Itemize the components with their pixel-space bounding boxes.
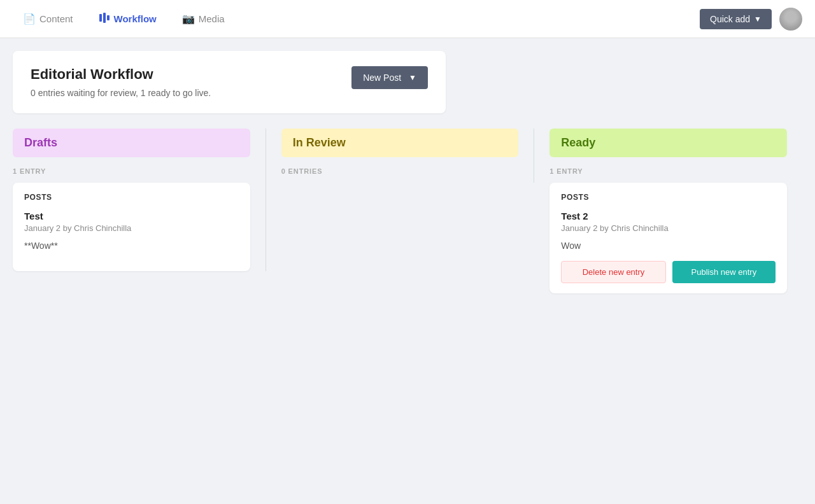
ready-section-label: POSTS <box>561 193 776 202</box>
svg-rect-0 <box>99 14 102 22</box>
drafts-section-label: POSTS <box>24 193 239 202</box>
svg-rect-1 <box>103 13 106 23</box>
nav-label-workflow: Workflow <box>114 13 157 24</box>
drafts-entries-count: 1 ENTRY <box>13 167 250 175</box>
main-content: Editorial Workflow 0 entries waiting for… <box>0 38 815 306</box>
workflow-columns: Drafts 1 ENTRY POSTS Test January 2 by C… <box>13 129 802 293</box>
nav-items: 📄 Content Workflow 📷 Media <box>13 7 700 31</box>
main-nav: 📄 Content Workflow 📷 Media Quick add ▼ <box>0 0 815 38</box>
content-icon: 📄 <box>23 13 36 25</box>
ready-entry-title: Test 2 <box>561 211 776 221</box>
drafts-entry-card-0: POSTS Test January 2 by Chris Chinchilla… <box>13 183 250 271</box>
workflow-header-card: Editorial Workflow 0 entries waiting for… <box>13 51 446 113</box>
ready-entry-actions: Delete new entry Publish new entry <box>561 261 776 283</box>
drafts-entry-content: **Wow** <box>24 241 239 251</box>
nav-item-workflow[interactable]: Workflow <box>89 7 167 31</box>
ready-entry-card-0: POSTS Test 2 January 2 by Chris Chinchil… <box>549 183 787 293</box>
ready-entry-meta: January 2 by Chris Chinchilla <box>561 223 776 233</box>
workflow-header-left: Editorial Workflow 0 entries waiting for… <box>31 66 211 98</box>
nav-item-content[interactable]: 📄 Content <box>13 8 83 30</box>
ready-column-header: Ready <box>549 129 787 157</box>
in-review-entries-count: 0 ENTRIES <box>281 167 519 175</box>
drafts-entry-title: Test <box>24 211 239 221</box>
new-post-chevron: ▼ <box>409 73 416 82</box>
workflow-subtitle: 0 entries waiting for review, 1 ready to… <box>31 88 211 98</box>
svg-rect-2 <box>107 15 110 20</box>
nav-right: Quick add ▼ <box>700 8 802 31</box>
new-post-label: New Post <box>363 73 401 83</box>
drafts-column: Drafts 1 ENTRY POSTS Test January 2 by C… <box>13 129 266 271</box>
avatar[interactable] <box>779 8 802 31</box>
delete-entry-button[interactable]: Delete new entry <box>561 261 665 283</box>
in-review-label: In Review <box>293 136 346 149</box>
media-icon: 📷 <box>182 13 195 25</box>
quick-add-chevron: ▼ <box>754 15 762 24</box>
ready-label: Ready <box>561 136 595 149</box>
ready-column: Ready 1 ENTRY POSTS Test 2 January 2 by … <box>534 129 802 293</box>
new-post-button[interactable]: New Post ▼ <box>351 66 428 89</box>
nav-label-content: Content <box>39 13 73 24</box>
drafts-column-header: Drafts <box>13 129 250 157</box>
drafts-entry-meta: January 2 by Chris Chinchilla <box>24 223 239 233</box>
quick-add-button[interactable]: Quick add ▼ <box>700 9 772 29</box>
nav-label-media: Media <box>199 13 225 24</box>
in-review-column: In Review 0 ENTRIES <box>266 129 535 183</box>
workflow-title: Editorial Workflow <box>31 66 211 83</box>
in-review-column-header: In Review <box>281 129 519 157</box>
workflow-icon <box>99 12 110 26</box>
quick-add-label: Quick add <box>710 14 750 24</box>
ready-entry-content: Wow <box>561 241 776 251</box>
drafts-label: Drafts <box>24 136 57 149</box>
publish-entry-button[interactable]: Publish new entry <box>672 261 776 283</box>
nav-item-media[interactable]: 📷 Media <box>172 8 235 30</box>
ready-entries-count: 1 ENTRY <box>549 167 787 175</box>
avatar-image <box>779 8 802 31</box>
